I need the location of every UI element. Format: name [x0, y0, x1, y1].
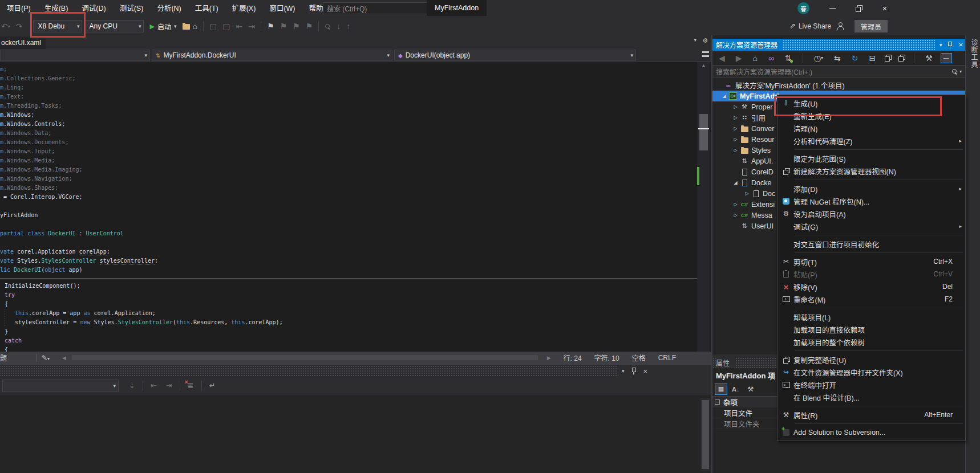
sync-active-document-icon[interactable]: ⇅ [785, 54, 792, 63]
indent-decrease-icon[interactable]: ⇤ [236, 22, 242, 31]
preview-selected-icon[interactable]: — [941, 53, 952, 63]
context-menu-item-重命名(M)[interactable]: 重命名(M)F2 [777, 293, 965, 305]
chevron-down-icon[interactable]: ▾ [959, 69, 962, 74]
clear-all-icon[interactable]: ≣ [188, 381, 194, 390]
navigate-down-icon[interactable]: ↓ [337, 22, 341, 31]
chevron-down-icon[interactable]: ▾ [939, 42, 942, 48]
bookmark-icon[interactable]: ⚑ [267, 22, 274, 31]
expander-icon[interactable]: ▷ [732, 148, 739, 153]
pending-changes-filter-icon[interactable]: ◷▾ [814, 54, 823, 63]
chevron-down-icon[interactable]: ▾ [694, 37, 697, 44]
menubar-item[interactable]: 窗口(W) [262, 0, 302, 17]
context-menu-item-限定为此范围(S)[interactable]: 限定为此范围(S) [777, 152, 965, 165]
context-menu-item-在文件资源管理器中打开文件夹(X)[interactable]: ↪在文件资源管理器中打开文件夹(X) [777, 366, 965, 378]
project-dropdown[interactable]: ▾ [0, 50, 150, 61]
wrench-icon[interactable]: ⚒ [747, 385, 754, 393]
context-menu-item-调试(G)[interactable]: 调试(G)▸ [777, 220, 965, 233]
context-menu-item-属性(R)[interactable]: ⚒属性(R)Alt+Enter [777, 409, 965, 421]
solution-explorer-titlebar[interactable]: 解决方案资源管理器 ▾ × [712, 39, 965, 51]
close-icon[interactable]: × [643, 367, 648, 376]
window-frame-icon[interactable]: ▢ [209, 22, 217, 31]
redo-icon[interactable]: ↷ [16, 22, 23, 31]
context-menu-item-加载项目的直接依赖项[interactable]: 加载项目的直接依赖项 [777, 323, 965, 336]
solution-platform-combo[interactable]: Any CPU▾ [84, 20, 144, 32]
chevron-down-icon[interactable]: ▾ [622, 368, 625, 374]
expander-icon[interactable]: ▷ [732, 137, 739, 142]
context-menu-item-复制完整路径(U)[interactable]: 复制完整路径(U) [777, 353, 965, 366]
scrollbar-thumb[interactable] [699, 114, 708, 150]
switch-views-icon[interactable]: ⇆ [834, 54, 841, 63]
expander-icon[interactable]: ▷ [732, 126, 739, 131]
menubar-item[interactable]: 工具(T) [188, 0, 225, 17]
context-menu-item-分析和代码清理(Z)[interactable]: 分析和代码清理(Z)▸ [777, 134, 965, 147]
collapse-icon[interactable]: − [715, 399, 720, 405]
context-menu-item-设为启动项目(A)[interactable]: ⚙设为启动项目(A) [777, 207, 965, 220]
context-menu-item-剪切(T)[interactable]: ✂剪切(T)Ctrl+X [777, 255, 965, 268]
properties-shortcut-icon[interactable] [898, 55, 905, 61]
diagnostic-tools-tab[interactable]: 诊断工具 [969, 39, 979, 68]
solution-config-combo[interactable]: X8 Debu▾ [33, 20, 82, 32]
editor-vertical-scrollbar[interactable]: ▲ [697, 62, 710, 352]
member-dropdown[interactable]: ◆ DockerUI(object app)▾ [394, 50, 636, 61]
minimize-button[interactable] [823, 0, 842, 16]
solution-search-input[interactable]: 搜索解决方案资源管理器(Ctrl+;) ▾ [712, 65, 965, 78]
context-menu-item-新建解决方案资源管理器视图(N)[interactable]: 新建解决方案资源管理器视图(N) [777, 165, 965, 177]
wrench-icon[interactable]: ⚒ [925, 54, 933, 63]
add-item-folder-icon[interactable] [183, 24, 190, 30]
navigate-up-icon[interactable]: ↑ [346, 22, 350, 31]
context-menu-item-生成(U)[interactable]: ⇩生成(U) [777, 97, 965, 109]
context-menu-item-在 Blend 中设计(B)...[interactable]: 在 Blend 中设计(B)... [777, 391, 965, 403]
menubar-item[interactable]: 测试(S) [113, 0, 151, 17]
back-icon[interactable]: ◀ [719, 54, 725, 63]
restore-button[interactable] [849, 0, 868, 16]
expander-icon[interactable]: ▷ [743, 191, 751, 196]
start-debug-button[interactable]: ▶ 启动 ▾ [149, 22, 176, 31]
context-menu-item-加载项目的整个依赖树[interactable]: 加载项目的整个依赖树 [777, 336, 965, 348]
bookmark-clear-icon[interactable]: ⚑ [306, 22, 313, 31]
indent-increase-icon[interactable]: ⇥ [166, 381, 172, 390]
collapse-all-icon[interactable]: ⊟ [869, 54, 876, 63]
context-menu-item-添加(D)[interactable]: 添加(D)▸ [777, 182, 965, 195]
output-source-combo[interactable]: ▾ [2, 380, 119, 392]
menubar-item[interactable]: 生成(B) [38, 0, 75, 17]
document-tab[interactable]: ockerUI.xaml [0, 36, 46, 49]
context-menu-item-重新生成(E)[interactable]: 重新生成(E) [777, 109, 965, 122]
type-dropdown[interactable]: ⇅ MyFirstAddon.DockerUI▾ [152, 50, 392, 61]
pin-icon[interactable] [947, 42, 953, 48]
context-menu-item-卸载项目(L)[interactable]: 卸载项目(L) [777, 311, 965, 323]
pin-icon[interactable] [631, 368, 637, 374]
context-menu-item-Add Solution to Subversion...[interactable]: Add Solution to Subversion... [777, 426, 965, 439]
code-text-area[interactable]: m;m.Collections.Generic;m.Linq;m.Text;m.… [0, 62, 697, 352]
live-share-button[interactable]: ⇗ Live Share [789, 22, 831, 30]
tab-options-gear-icon[interactable]: ⚙ [702, 37, 708, 44]
hscroll-right-icon[interactable]: ▶ [547, 355, 551, 361]
bookmark-next-icon[interactable]: ⚑ [293, 22, 300, 31]
undo-icon[interactable]: ↶▾ [1, 22, 10, 31]
feedback-person-icon[interactable] [837, 22, 844, 29]
status-eol[interactable]: CRLF [658, 354, 676, 362]
context-menu-item-对交互窗口进行项目初始化[interactable]: 对交互窗口进行项目初始化 [777, 238, 965, 250]
zoom-icon[interactable] [325, 24, 330, 29]
categorized-icon[interactable]: ▦ [715, 384, 727, 395]
status-spaces[interactable]: 空格 [632, 353, 646, 362]
user-avatar[interactable]: 春 [797, 2, 809, 14]
vs-logo-icon[interactable]: ∞ [768, 54, 774, 63]
scroll-up-icon[interactable]: ▲ [697, 63, 710, 68]
close-icon[interactable]: × [958, 40, 963, 49]
split-editor-icon[interactable] [702, 51, 709, 57]
bookmark-prev-icon[interactable]: ⚑ [280, 22, 287, 31]
alphabetical-sort-icon[interactable]: A↓ [732, 386, 739, 393]
menubar-item[interactable]: 调试(D) [75, 0, 112, 17]
expander-icon[interactable]: ◢ [720, 93, 728, 99]
context-menu-item-清理(N)[interactable]: 清理(N) [777, 122, 965, 134]
show-all-files-icon[interactable] [885, 55, 891, 61]
expander-icon[interactable]: ▷ [732, 104, 739, 109]
expander-icon[interactable]: ▷ [732, 213, 739, 218]
admin-badge[interactable]: 管理员 [855, 20, 888, 32]
word-wrap-icon[interactable]: ↵ [209, 381, 216, 390]
expander-icon[interactable]: ◢ [732, 180, 739, 185]
context-menu-item-在终端中打开[interactable]: >_在终端中打开 [777, 378, 965, 391]
expander-icon[interactable]: ▷ [732, 115, 739, 120]
expander-icon[interactable]: ▷ [732, 202, 739, 207]
refresh-icon[interactable]: ↻ [852, 54, 858, 63]
